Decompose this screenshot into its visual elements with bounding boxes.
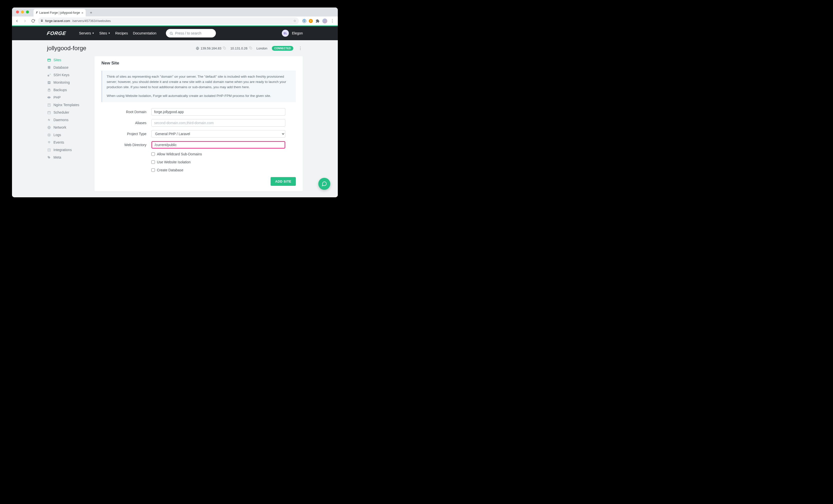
- aliases-input[interactable]: [151, 119, 285, 127]
- address-bar[interactable]: forge.laravel.com/servers/457363#/websit…: [38, 18, 299, 24]
- browser-tab[interactable]: F Laravel Forge | jollygood-forge ×: [33, 9, 86, 17]
- brand-logo[interactable]: FORGE: [46, 30, 67, 36]
- sidebar-item-database[interactable]: Database: [47, 64, 90, 71]
- chrome-toolbar: forge.laravel.com/servers/457363#/websit…: [12, 17, 338, 25]
- window-controls: [15, 10, 33, 17]
- info-box: Think of sites as representing each "dom…: [101, 71, 296, 102]
- svg-rect-5: [224, 47, 225, 49]
- reload-button[interactable]: [30, 18, 36, 24]
- broadcast-icon: [47, 140, 51, 144]
- search-placeholder: Press / to search: [175, 31, 201, 35]
- extension-icon-2[interactable]: +: [309, 19, 313, 23]
- extensions-icon[interactable]: [315, 19, 320, 23]
- add-site-button[interactable]: ADD SITE: [270, 177, 296, 186]
- extension-icons: ① + ⋮: [301, 19, 336, 23]
- sidebar: Sites Database SSH Keys Monitoring: [47, 56, 90, 161]
- globe-icon: [47, 125, 51, 129]
- chevron-down-icon: ▼: [108, 32, 110, 34]
- page-header: jollygood-forge 139.59.164.83 10.131.0.2…: [47, 45, 303, 52]
- new-tab-button[interactable]: +: [88, 9, 94, 16]
- svg-rect-6: [250, 47, 252, 49]
- bolt-icon: [47, 118, 51, 122]
- sidebar-item-php[interactable]: PHP: [47, 94, 90, 101]
- star-icon[interactable]: ☆: [293, 19, 296, 23]
- label-aliases: Aliases: [101, 121, 151, 125]
- app-topnav: FORGE Servers▼ Sites▼ Recipes Documentat…: [12, 26, 338, 40]
- nav-link-servers[interactable]: Servers▼: [79, 31, 94, 35]
- sidebar-item-nginx-templates[interactable]: Nginx Templates: [47, 101, 90, 109]
- database-checkbox[interactable]: [151, 168, 155, 172]
- new-site-card: New Site Think of sites as representing …: [94, 56, 303, 191]
- status-badge: CONNECTED: [272, 46, 293, 51]
- sidebar-item-events[interactable]: Events: [47, 139, 90, 146]
- help-fab[interactable]: [318, 178, 330, 190]
- tab-title: Laravel Forge | jollygood-forge: [39, 11, 80, 15]
- forward-button[interactable]: [22, 18, 28, 24]
- svg-point-24: [48, 135, 49, 135]
- user-name[interactable]: Elegon: [292, 31, 303, 35]
- nav-links: Servers▼ Sites▼ Recipes Documentation: [79, 31, 157, 35]
- database-label: Create Database: [157, 168, 183, 172]
- svg-point-27: [48, 157, 48, 157]
- project-type-select[interactable]: General PHP / Laravel: [151, 130, 285, 138]
- nav-link-recipes[interactable]: Recipes: [115, 31, 128, 35]
- sidebar-item-integrations[interactable]: Integrations: [47, 146, 90, 153]
- label-root-domain: Root Domain: [101, 110, 151, 114]
- back-button[interactable]: [14, 18, 20, 24]
- copy-icon[interactable]: [223, 46, 226, 50]
- server-name: jollygood-forge: [47, 45, 86, 52]
- svg-marker-20: [48, 118, 50, 121]
- sidebar-item-network[interactable]: Network: [47, 124, 90, 131]
- label-web-directory: Web Directory: [101, 143, 151, 147]
- isolation-checkbox[interactable]: [151, 160, 155, 164]
- maximize-window-icon[interactable]: [26, 10, 29, 14]
- tag-icon: [47, 155, 51, 159]
- sidebar-item-backups[interactable]: Backups: [47, 86, 90, 94]
- extension-icon-1[interactable]: ①: [302, 19, 306, 23]
- chevron-down-icon: ▼: [92, 32, 94, 34]
- calendar-icon: [47, 111, 51, 114]
- nav-link-documentation[interactable]: Documentation: [133, 31, 157, 35]
- sidebar-item-ssh-keys[interactable]: SSH Keys: [47, 71, 90, 79]
- wildcard-checkbox[interactable]: [151, 152, 155, 156]
- svg-rect-0: [41, 21, 43, 22]
- isolation-label: Use Website Isolation: [157, 160, 191, 164]
- logs-icon: [47, 133, 51, 137]
- user-avatar[interactable]: EL: [282, 30, 289, 37]
- minimize-window-icon[interactable]: [21, 10, 24, 14]
- svg-rect-16: [47, 112, 50, 114]
- more-menu-icon[interactable]: ⋮: [298, 46, 303, 51]
- root-domain-input[interactable]: [151, 108, 285, 116]
- wildcard-label: Allow Wildcard Sub-Domains: [157, 152, 202, 156]
- svg-rect-7: [47, 59, 50, 61]
- nav-link-sites[interactable]: Sites▼: [99, 31, 110, 35]
- sidebar-item-logs[interactable]: Logs: [47, 131, 90, 139]
- sidebar-item-scheduler[interactable]: Scheduler: [47, 109, 90, 116]
- web-directory-input[interactable]: [151, 141, 285, 149]
- sidebar-item-meta[interactable]: Meta: [47, 153, 90, 161]
- copy-icon[interactable]: [249, 46, 252, 50]
- svg-point-1: [170, 32, 172, 34]
- close-tab-icon[interactable]: ×: [81, 11, 84, 15]
- chat-icon: [322, 181, 327, 187]
- close-window-icon[interactable]: [16, 10, 19, 14]
- public-ip: 139.59.164.83: [196, 46, 226, 50]
- globe-icon: [196, 47, 199, 50]
- layers-icon: [47, 88, 51, 92]
- private-ip: 10.131.0.26: [230, 46, 252, 50]
- sidebar-item-monitoring[interactable]: Monitoring: [47, 79, 90, 86]
- profile-avatar-icon[interactable]: [322, 19, 327, 23]
- tab-favicon: F: [36, 11, 38, 15]
- search-icon: [169, 31, 173, 35]
- svg-marker-11: [47, 89, 51, 90]
- svg-point-12: [47, 96, 50, 98]
- sidebar-item-daemons[interactable]: Daemons: [47, 116, 90, 124]
- chrome-menu-icon[interactable]: ⋮: [330, 19, 334, 23]
- key-icon: [47, 73, 51, 77]
- sidebar-item-sites[interactable]: Sites: [47, 56, 90, 64]
- card-title: New Site: [101, 61, 296, 66]
- template-icon: [47, 103, 51, 107]
- global-search[interactable]: Press / to search: [166, 29, 216, 38]
- lock-icon: [41, 19, 43, 23]
- chrome-titlebar: F Laravel Forge | jollygood-forge × +: [12, 7, 338, 17]
